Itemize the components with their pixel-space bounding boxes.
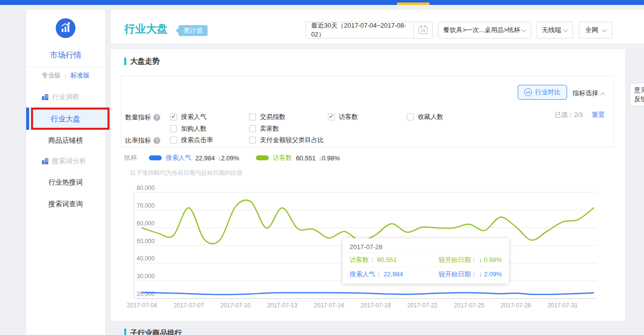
svg-text:2017-07-04: 2017-07-04 [127, 302, 157, 309]
feedback-tab[interactable]: 意见反馈 [630, 83, 644, 106]
checkbox-transaction-index[interactable]: 交易指数 [249, 112, 286, 121]
chevron-down-icon [522, 27, 527, 32]
chevron-up-icon [601, 93, 606, 98]
selected-count: 已选：2/3 [555, 111, 583, 119]
ratio-indicator-label: 比率指标? [125, 136, 160, 145]
industry-compare-button[interactable]: vs 行业对比 [518, 85, 567, 100]
scope-selector[interactable]: 全网 [579, 22, 612, 38]
sidebar-group-label: 行业洞察 [52, 93, 79, 102]
svg-text:2017-07-25: 2017-07-25 [454, 302, 485, 309]
down-arrow-icon: ↓ [479, 270, 482, 278]
svg-text:2017-07-22: 2017-07-22 [407, 302, 438, 309]
main-content: 行业大盘 累计值 最近30天（2017-07-04~2017-08-02） 15… [111, 10, 644, 321]
vs-icon: vs [524, 88, 532, 96]
cumulative-value-badge: 累计值 [179, 25, 208, 36]
sidebar-item-hot-search-words[interactable]: 行业热搜词 [26, 175, 105, 189]
checkbox-icon[interactable] [328, 113, 335, 120]
legend-item-search-popularity[interactable]: 搜索人气 22,984 ↓2.09% [149, 153, 239, 162]
checkbox-icon[interactable] [249, 137, 256, 144]
indicator-selector-toggle[interactable]: 指标选择 [572, 89, 605, 98]
chart-tooltip: 2017-07-28 访客数： 60,551 较开始日期： ↓ 0.98% 搜索… [343, 238, 509, 284]
indicator-panel: vs 行业对比 指标选择 已选：2/3 重置 数量指标? 搜索人气 交易指数 访… [121, 75, 614, 148]
help-icon[interactable]: ? [153, 137, 160, 144]
svg-text:2017-07-07: 2017-07-07 [174, 302, 204, 309]
checkbox-icon[interactable] [407, 113, 414, 120]
section-accent-bar [124, 329, 126, 335]
checkbox-icon[interactable] [249, 125, 256, 132]
checkbox-favorite-count[interactable]: 收藏人数 [407, 112, 443, 121]
top-navbar [0, 0, 644, 5]
sidebar-item-product-shop-rank[interactable]: 商品店铺榜 [26, 133, 105, 147]
checkbox-seller-count[interactable]: 卖家数 [249, 124, 279, 133]
tab-standard[interactable]: 标准版 [71, 72, 90, 79]
next-section-title: 子行业商品排行 [124, 329, 182, 335]
svg-text:40,000: 40,000 [137, 255, 155, 262]
date-range-text: 最近30天（2017-07-04~2017-08-02） [306, 21, 413, 39]
app-logo [26, 18, 105, 40]
sidebar-group-search-analysis[interactable]: 搜索词分析 [42, 154, 86, 169]
date-range-selector[interactable]: 最近30天（2017-07-04~2017-08-02） 15 [306, 22, 433, 38]
quantity-indicator-label: 数量指标? [125, 113, 160, 122]
legend-category: 纸杯 [124, 153, 137, 162]
header-divider [111, 43, 644, 49]
sidebar-item-search-word-query[interactable]: 搜索词查询 [26, 197, 105, 211]
svg-text:2017-07-10: 2017-07-10 [220, 302, 251, 309]
section-accent-bar [124, 58, 126, 65]
svg-text:80,000: 80,000 [137, 185, 155, 191]
sidebar: 市场行情 专业版|标准版 行业洞察 行业大盘 商品店铺榜 搜索词分析 行业热搜词… [26, 10, 105, 335]
building-icon [42, 158, 48, 164]
checkbox-visitor-count[interactable]: 访客数 [328, 112, 358, 121]
building-icon [42, 94, 48, 100]
sidebar-group-label: 搜索词分析 [52, 157, 86, 166]
svg-text:60,000: 60,000 [137, 220, 155, 227]
checkbox-payment-ratio[interactable]: 支付金额较父类目占比 [249, 136, 324, 145]
chart-legend: 纸杯 搜索人气 22,984 ↓2.09% 访客数 60,551 ↓0.98% [124, 153, 340, 162]
checkbox-icon[interactable] [170, 137, 177, 144]
scope-text: 全网 [585, 26, 598, 35]
trend-note: 以下涨跌幅均为当前日期与起始日期的比值 [130, 169, 243, 177]
sidebar-divider [26, 67, 105, 67]
tooltip-row-visitor: 访客数： 60,551 较开始日期： ↓ 0.98% [343, 253, 509, 267]
feedback-label: 意见反馈 [634, 86, 644, 104]
category-text: 餐饮具>一次...桌用品>纸杯 [443, 26, 520, 35]
tooltip-row-search: 搜索人气： 22,984 较开始日期： ↓ 2.09% [343, 267, 509, 281]
app-title: 市场行情 [26, 50, 105, 61]
active-nav-underline [397, 2, 429, 5]
help-icon[interactable]: ? [153, 114, 160, 121]
active-item-bar [26, 108, 29, 130]
svg-text:50,000: 50,000 [137, 238, 155, 245]
tab-professional[interactable]: 专业版 [41, 72, 61, 79]
tooltip-date: 2017-07-28 [343, 238, 509, 253]
legend-item-visitor-count[interactable]: 访客数 60,551 ↓0.98% [256, 153, 340, 162]
terminal-text: 无线端 [542, 26, 561, 35]
checkbox-cart-add-count[interactable]: 加购人数 [170, 124, 207, 133]
market-chart-icon [56, 18, 75, 38]
version-tabs: 专业版|标准版 [26, 71, 105, 80]
checkbox-icon[interactable] [170, 113, 177, 120]
calendar-button[interactable]: 15 [413, 22, 432, 38]
chevron-down-icon [564, 27, 569, 32]
legend-pill-blue [149, 155, 162, 160]
category-selector[interactable]: 餐饮具>一次...桌用品>纸杯 [438, 22, 531, 38]
reset-link[interactable]: 重置 [592, 111, 605, 119]
checkbox-search-popularity[interactable]: 搜索人气 [170, 112, 207, 121]
svg-text:2017-07-16: 2017-07-16 [314, 302, 344, 309]
svg-text:30,000: 30,000 [137, 273, 155, 280]
sidebar-group-industry-insight[interactable]: 行业洞察 [42, 90, 79, 105]
svg-text:2017-07-13: 2017-07-13 [267, 302, 298, 309]
down-arrow-icon: ↓ [479, 256, 482, 263]
chevron-down-icon [602, 27, 607, 32]
checkbox-icon[interactable] [170, 125, 177, 132]
checkbox-icon[interactable] [249, 113, 256, 120]
tab-separator: | [65, 72, 66, 79]
sidebar-item-industry-market[interactable]: 行业大盘 [26, 108, 105, 130]
svg-text:2017-07-19: 2017-07-19 [360, 302, 391, 309]
svg-text:2017-07-31: 2017-07-31 [547, 302, 578, 309]
svg-text:20,000: 20,000 [137, 291, 155, 298]
svg-text:2017-07-28: 2017-07-28 [501, 302, 531, 309]
checkbox-search-ctr[interactable]: 搜索点击率 [170, 136, 213, 145]
terminal-selector[interactable]: 无线端 [537, 22, 573, 38]
page-title: 行业大盘 [124, 22, 168, 37]
svg-text:70,000: 70,000 [137, 202, 155, 209]
calendar-icon: 15 [419, 27, 428, 34]
